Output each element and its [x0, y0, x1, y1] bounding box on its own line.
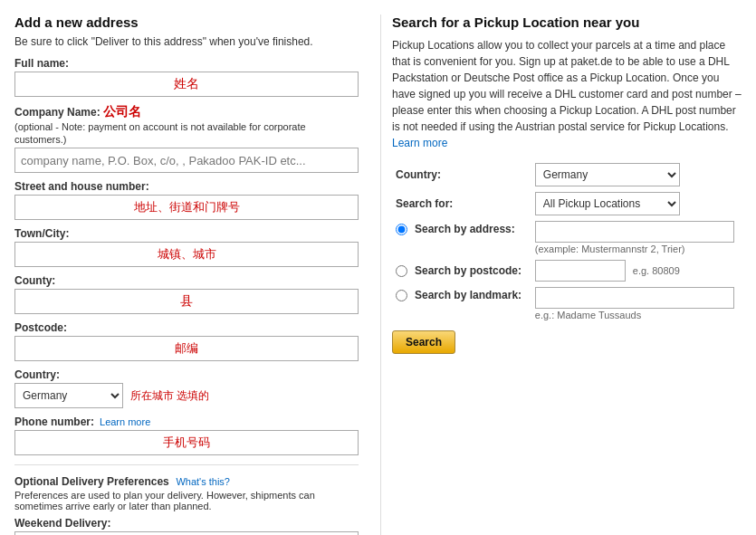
search-by-landmark-row: Search by landmark: e.g.: Madame Tussaud… — [392, 284, 742, 323]
optional-pref-group: Optional Delivery Preferences What's thi… — [14, 474, 359, 535]
company-label: Company Name: 公司名 (optional - Note: paym… — [14, 104, 359, 146]
search-by-landmark-input[interactable] — [535, 287, 734, 309]
search-by-address-radio[interactable] — [396, 224, 407, 235]
town-label: Town/City: — [14, 227, 359, 240]
pref-note: Preferences are used to plan your delive… — [14, 490, 359, 511]
country-cell-input: Germany Austria Switzerland — [531, 160, 742, 189]
company-chinese: 公司名 — [103, 104, 141, 119]
left-title: Add a new address — [14, 14, 359, 30]
search-by-landmark-radio[interactable] — [396, 290, 407, 301]
search-by-postcode-input[interactable] — [535, 260, 626, 282]
street-label: Street and house number: — [14, 180, 359, 193]
town-input[interactable] — [14, 242, 359, 267]
pickup-desc: Pickup Locations allow you to collect yo… — [392, 37, 742, 151]
company-input[interactable] — [14, 148, 359, 173]
country-row: Country: Germany Austria Switzerland — [392, 160, 742, 189]
divider — [14, 464, 359, 465]
postcode-group: Postcode: — [14, 321, 359, 361]
full-name-group: Full name: — [14, 57, 359, 97]
country-cell-label: Country: — [392, 160, 531, 189]
postcode-input[interactable] — [14, 336, 359, 361]
learn-more-link[interactable]: Learn more — [392, 137, 447, 149]
search-button[interactable]: Search — [392, 330, 455, 354]
search-by-postcode-row: Search by postcode: e.g. 80809 — [392, 257, 742, 284]
search-for-row: Search for: All Pickup Locations Packsta… — [392, 189, 742, 218]
search-for-label: Search for: — [392, 189, 531, 218]
search-by-landmark-label[interactable]: Search by landmark: — [396, 289, 524, 301]
left-panel: Add a new address Be sure to click "Deli… — [14, 14, 359, 535]
country-note: 所在城市 选填的 — [130, 388, 209, 404]
street-input[interactable] — [14, 195, 359, 220]
company-note: (optional - Note: payment on account is … — [14, 121, 306, 145]
company-group: Company Name: 公司名 (optional - Note: paym… — [14, 104, 359, 173]
search-for-cell: All Pickup Locations Packstation Post Of… — [531, 189, 742, 218]
country-group: Country: Germany Austria Switzerland Uni… — [14, 368, 359, 408]
whats-this-link[interactable]: What's this? — [176, 476, 230, 487]
landmark-hint: e.g.: Madame Tussauds — [535, 310, 738, 320]
weekend-label: Weekend Delivery: — [14, 517, 359, 530]
county-input[interactable] — [14, 289, 359, 314]
country-label: Country: — [14, 368, 359, 381]
phone-learn-more[interactable]: Learn more — [100, 416, 150, 427]
phone-input[interactable] — [14, 430, 359, 455]
full-name-label: Full name: — [14, 57, 359, 70]
right-country-select[interactable]: Germany Austria Switzerland — [535, 163, 680, 186]
town-group: Town/City: — [14, 227, 359, 267]
weekend-select[interactable]: Choose available days Saturday Sunday Sa… — [14, 531, 359, 535]
phone-group: Phone number: Learn more — [14, 416, 359, 455]
search-by-postcode-radio[interactable] — [396, 265, 407, 277]
left-desc: Be sure to click "Deliver to this addres… — [14, 35, 359, 48]
county-group: County: — [14, 274, 359, 314]
search-by-postcode-label[interactable]: Search by postcode: — [396, 264, 524, 277]
county-label: County: — [14, 274, 359, 287]
postcode-label: Postcode: — [14, 321, 359, 334]
postcode-hint: e.g. 80809 — [633, 265, 680, 276]
full-name-input[interactable] — [14, 72, 359, 97]
right-title: Search for a Pickup Location near you — [392, 14, 742, 30]
country-select[interactable]: Germany Austria Switzerland United Kingd… — [14, 383, 123, 408]
optional-pref-label: Optional Delivery Preferences — [14, 475, 169, 488]
search-for-select[interactable]: All Pickup Locations Packstation Post Of… — [535, 192, 680, 215]
right-panel: Search for a Pickup Location near you Pi… — [380, 14, 742, 535]
address-hint: (example: Mustermannstr 2, Trier) — [535, 244, 738, 254]
phone-label: Phone number: — [14, 416, 94, 428]
street-group: Street and house number: — [14, 180, 359, 220]
search-by-address-row: Search by address: (example: Mustermanns… — [392, 218, 742, 257]
search-form: Country: Germany Austria Switzerland Sea… — [392, 160, 742, 323]
search-by-address-label[interactable]: Search by address: — [396, 223, 524, 235]
search-by-address-input[interactable] — [535, 221, 734, 243]
